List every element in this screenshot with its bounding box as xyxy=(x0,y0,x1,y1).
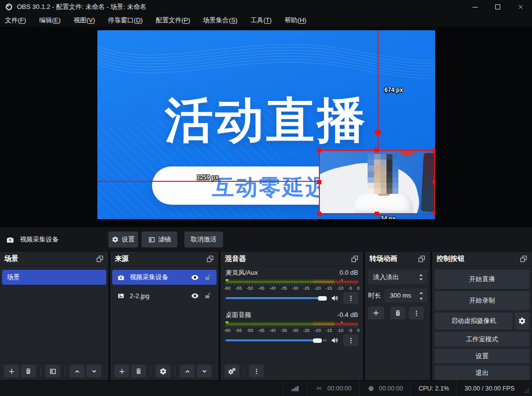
start-streaming-button[interactable]: 开始直播 xyxy=(435,270,530,289)
maximize-button[interactable] xyxy=(486,0,509,14)
source-settings-button[interactable]: 设置 xyxy=(108,232,138,247)
visibility-eye-icon[interactable] xyxy=(191,273,199,282)
popout-icon[interactable] xyxy=(351,255,359,263)
remove-source-button[interactable] xyxy=(131,365,146,378)
remove-scene-button[interactable] xyxy=(21,365,36,378)
chevron-down-icon xyxy=(90,368,98,375)
plus-icon xyxy=(8,368,15,375)
stream-health-indicator xyxy=(283,381,307,396)
offset-measure-label: 34 px xyxy=(380,215,396,219)
mixer-toolbar xyxy=(221,362,363,380)
trash-icon xyxy=(135,368,142,375)
visibility-eye-icon[interactable] xyxy=(191,292,199,300)
move-scene-up-button[interactable] xyxy=(70,365,84,378)
resize-handle-bottom-right[interactable] xyxy=(433,212,435,216)
lock-open-icon[interactable] xyxy=(204,292,212,300)
volume-slider[interactable] xyxy=(226,292,327,304)
volume-slider-handle[interactable] xyxy=(313,338,322,343)
scene-filters-button[interactable] xyxy=(45,365,60,378)
mixer-header: 混音器 xyxy=(221,252,363,266)
scene-item[interactable]: 场景 xyxy=(2,270,106,285)
virtual-camera-settings-button[interactable] xyxy=(515,313,530,329)
scenes-dock: 场景 场景 xyxy=(0,252,108,380)
spin-down-icon[interactable] xyxy=(419,297,424,300)
resize-handle-bottom-middle[interactable] xyxy=(375,212,379,216)
source-deactivate-button[interactable]: 取消激活 xyxy=(184,232,223,247)
preview-area: 活动直播 互动零延迟 674 px 1259 px xyxy=(0,27,532,227)
resize-grip[interactable] xyxy=(522,381,532,396)
mixer-body: 麦克风/Aux 0.0 dB -60-55-50-45-40-35-30-25-… xyxy=(221,266,363,346)
channel-name: 桌面音频 xyxy=(226,311,251,319)
broadcast-icon xyxy=(315,384,323,393)
add-transition-button[interactable] xyxy=(368,307,384,319)
source-context-bar: 视频采集设备 设置 滤镜 取消激活 xyxy=(0,227,532,252)
remove-transition-button[interactable] xyxy=(390,307,405,319)
advanced-audio-button[interactable] xyxy=(225,365,239,378)
start-recording-button[interactable]: 开始录制 xyxy=(435,291,530,310)
lock-open-icon[interactable] xyxy=(204,274,212,281)
context-source: 视频采集设备 xyxy=(6,227,59,252)
rotation-handle[interactable] xyxy=(375,129,381,136)
toolbar-separator xyxy=(65,366,65,376)
grip-icon xyxy=(523,387,530,394)
gear-icon xyxy=(518,317,526,325)
volume-slider-handle[interactable] xyxy=(318,296,327,301)
channel-menu-button[interactable] xyxy=(343,292,358,304)
transition-menu-button[interactable] xyxy=(409,307,424,319)
source-item-video-capture[interactable]: 视频采集设备 xyxy=(112,270,217,285)
settings-button[interactable]: 设置 xyxy=(435,349,530,363)
menu-item[interactable]: 文件(F) xyxy=(0,14,31,27)
volume-slider[interactable] xyxy=(226,334,327,346)
speaker-icon[interactable] xyxy=(330,294,339,303)
menu-item[interactable]: 视图(V) xyxy=(69,14,100,27)
channel-menu-button[interactable] xyxy=(343,334,358,346)
add-source-button[interactable] xyxy=(114,365,129,378)
audio-mixer-dock: 混音器 麦克风/Aux 0.0 dB -60-55-50-45-40-35-30… xyxy=(221,252,363,380)
move-source-up-button[interactable] xyxy=(180,365,195,378)
menu-item[interactable]: 配置文件(P) xyxy=(151,14,195,27)
exit-button[interactable]: 退出 xyxy=(435,366,530,380)
source-properties-button[interactable] xyxy=(155,365,170,378)
move-source-down-button[interactable] xyxy=(197,365,212,378)
add-scene-button[interactable] xyxy=(4,365,19,378)
studio-mode-button[interactable]: 工作室模式 xyxy=(435,332,530,346)
duration-spinner[interactable]: 300 ms xyxy=(384,289,427,303)
transition-select[interactable]: 淡入淡出 xyxy=(368,270,427,284)
start-virtual-camera-button[interactable]: 启动虚拟摄像机 xyxy=(435,313,513,329)
source-filters-button[interactable]: 滤镜 xyxy=(142,232,177,247)
chevron-down-icon xyxy=(419,278,423,281)
double-gear-icon xyxy=(228,367,236,376)
menu-item[interactable]: 工具(T) xyxy=(245,14,277,27)
popout-icon[interactable] xyxy=(206,255,214,263)
popout-icon[interactable] xyxy=(520,255,528,263)
menu-item[interactable]: 帮助(H) xyxy=(280,14,311,27)
resize-handle-bottom-left[interactable] xyxy=(317,212,321,216)
banner-title: 活动直播 xyxy=(97,96,435,144)
duration-label: 时长 xyxy=(368,291,381,300)
resize-handle-middle-left[interactable] xyxy=(317,180,321,184)
popout-icon[interactable] xyxy=(418,255,426,263)
move-scene-down-button[interactable] xyxy=(86,365,101,378)
resize-handle-top-right[interactable] xyxy=(433,148,435,153)
title-bar: OBS 30.1.2 - 配置文件: 未命名 - 场景: 未命名 xyxy=(0,0,532,14)
preview-canvas[interactable]: 活动直播 互动零延迟 674 px 1259 px xyxy=(97,30,435,219)
combo-arrows xyxy=(419,274,423,281)
selection-box-webcam[interactable] xyxy=(319,150,435,214)
resize-handle-top-left[interactable] xyxy=(317,148,321,153)
spin-up-icon[interactable] xyxy=(419,292,424,295)
popout-icon[interactable] xyxy=(96,255,104,263)
minimize-button[interactable] xyxy=(463,0,486,14)
close-button[interactable] xyxy=(509,0,532,14)
menu-item[interactable]: 停靠窗口(D) xyxy=(103,14,148,27)
menu-item[interactable]: 场景集合(S) xyxy=(198,14,242,27)
source-item-image[interactable]: 2-2.jpg xyxy=(112,288,217,303)
menu-item[interactable]: 编辑(E) xyxy=(34,14,66,27)
mixer-menu-button[interactable] xyxy=(249,365,264,378)
filter-icon xyxy=(49,368,57,375)
fps-indicator: 30.00 / 30.00 FPS xyxy=(456,381,522,396)
meter-ruler xyxy=(226,284,358,285)
resize-handle-top-middle[interactable] xyxy=(375,148,379,153)
resize-handle-middle-right[interactable] xyxy=(433,180,435,184)
signal-bars-icon xyxy=(291,384,300,393)
speaker-icon[interactable] xyxy=(330,336,339,345)
